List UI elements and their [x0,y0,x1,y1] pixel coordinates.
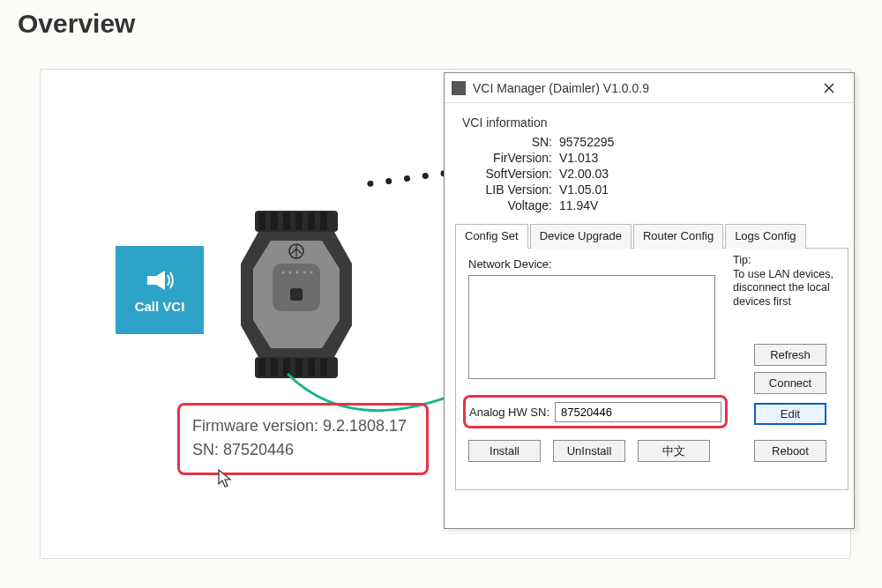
tab-device-upgrade[interactable]: Device Upgrade [530,224,632,249]
vci-device-image [239,211,354,378]
mouse-cursor-icon [217,468,235,489]
tip-title: Tip: [733,254,837,268]
close-button[interactable] [811,75,847,101]
tab-bar: Config Set Device Upgrade Router Config … [455,223,848,249]
page-title: Overview [18,9,135,39]
sn-label: SN: [462,135,559,149]
call-vci-button[interactable]: Call VCI [116,246,204,334]
install-button[interactable]: Install [468,440,541,462]
vci-info-group-label: VCI information [462,115,854,130]
voltage-value: 11.94V [559,198,598,212]
firmware-info-highlight: Firmware version: 9.2.1808.17 SN: 875204… [177,403,429,475]
svg-rect-4 [283,212,290,230]
svg-rect-5 [295,212,303,230]
libversion-label: LIB Version: [462,182,559,197]
window-titlebar[interactable]: VCI Manager (Daimler) V1.0.0.9 [445,73,854,103]
firversion-value: V1.013 [559,151,598,165]
softversion-value: V2.00.03 [559,167,609,181]
megaphone-icon [144,267,176,294]
firmware-version-text: Firmware version: 9.2.1808.17 [192,414,414,438]
edit-button[interactable]: Edit [754,403,826,425]
app-icon [452,81,466,95]
svg-rect-7 [320,212,327,230]
svg-rect-6 [308,212,315,230]
network-device-listbox[interactable] [468,275,715,379]
svg-rect-8 [258,359,265,376]
tab-config-set[interactable]: Config Set [455,224,528,249]
svg-point-18 [282,272,285,274]
tab-logs-config[interactable]: Logs Config [725,224,805,249]
svg-rect-16 [273,264,320,311]
window-title-text: VCI Manager (Daimler) V1.0.0.9 [473,81,811,95]
svg-point-20 [296,272,299,274]
firmware-sn-text: SN: 87520446 [192,438,414,462]
vci-info-table: SN: 95752295 FirVersion: V1.013 SoftVers… [462,135,854,212]
svg-rect-3 [271,212,278,230]
softversion-label: SoftVersion: [462,167,559,181]
tip-block: Tip: To use LAN devices, disconnect the … [733,254,837,309]
uninstall-button[interactable]: UnInstall [553,440,625,462]
svg-rect-23 [290,288,303,301]
vci-manager-window: VCI Manager (Daimler) V1.0.0.9 VCI infor… [444,72,855,529]
svg-rect-2 [258,212,265,230]
analog-sn-highlight: Analog HW SN: [463,395,728,428]
svg-point-21 [303,272,306,274]
analog-sn-label: Analog HW SN: [469,406,549,419]
connection-dots [367,170,447,188]
sn-value: 95752295 [559,135,614,149]
close-icon [824,83,834,93]
tab-router-config[interactable]: Router Config [633,224,723,249]
analog-sn-input[interactable] [555,402,721,422]
refresh-button[interactable]: Refresh [754,344,826,366]
connect-button[interactable]: Connect [754,372,826,394]
voltage-label: Voltage: [462,198,559,212]
language-button[interactable]: 中文 [638,440,710,462]
svg-rect-9 [271,359,278,376]
svg-point-22 [310,272,313,274]
tab-panel-config-set: Network Device: Tip: To use LAN devices,… [455,249,848,490]
libversion-value: V1.05.01 [559,182,609,197]
svg-point-19 [289,272,292,274]
call-vci-label: Call VCI [135,299,185,314]
firversion-label: FirVersion: [462,151,559,165]
reboot-button[interactable]: Reboot [754,440,826,462]
tip-body: To use LAN devices, disconnect the local… [733,268,837,309]
